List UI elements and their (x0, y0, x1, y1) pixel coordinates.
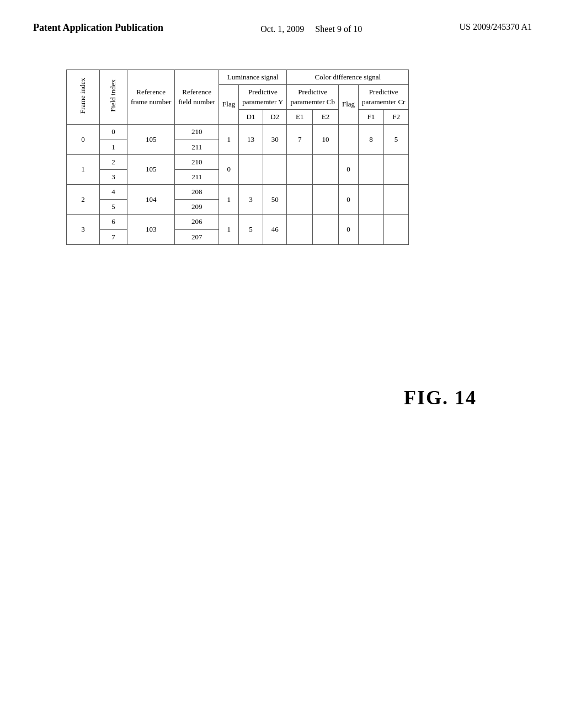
cell-lum-flag-0: 1 (219, 125, 239, 154)
table-row: 2 4 104 208 1 3 50 0 (67, 185, 409, 200)
cell-cr-f1-8: 8 (359, 125, 384, 154)
col-pred-cb: Predictiveparamemter Cb (287, 84, 339, 109)
cell-d2-30: 30 (263, 125, 287, 154)
cell-cd-flag-0c: 0 (338, 215, 358, 244)
cell-cb-e1-blank1 (287, 154, 313, 184)
header-row-1: Frame index Field index Referenceframe n… (67, 69, 409, 84)
col-pred-cr: Predictiveparamemter Cr (359, 84, 409, 109)
col-e1: E1 (287, 110, 313, 125)
cell-cb-e2-10: 10 (313, 125, 339, 154)
cell-ref-field-208: 208 (175, 185, 219, 200)
cell-cr-f1-blank1 (359, 154, 384, 184)
cell-frame-0: 0 (67, 125, 100, 154)
col-e2: E2 (313, 110, 339, 125)
cell-ref-field-206: 206 (175, 215, 219, 229)
cell-cb-e1-blank3 (287, 215, 313, 244)
cell-field-7: 7 (100, 229, 127, 244)
col-lum-flag: Flag (219, 84, 239, 125)
cell-lum-flag-3: 1 (219, 215, 239, 244)
cell-cr-f2-blank1 (383, 154, 409, 184)
cell-cd-flag-0b: 0 (338, 185, 358, 215)
cell-lum-flag-2: 1 (219, 185, 239, 215)
cell-field-5: 5 (100, 200, 127, 215)
cell-cb-e1-blank2 (287, 185, 313, 215)
col-d1: D1 (239, 110, 263, 125)
cell-field-0: 0 (100, 125, 127, 140)
cell-cr-f2-blank2 (383, 185, 409, 215)
cell-cr-f2-5: 5 (383, 125, 409, 154)
cell-ref-frame-105b: 105 (127, 154, 175, 184)
cell-cb-e1-7: 7 (287, 125, 313, 154)
cell-ref-field-210: 210 (175, 125, 219, 140)
header-center: Oct. 1, 2009 Sheet 9 of 10 (260, 22, 362, 36)
col-ref-frame: Referenceframe number (127, 69, 175, 125)
cell-ref-frame-104: 104 (127, 185, 175, 215)
cell-ref-field-210b: 210 (175, 154, 219, 169)
cell-cr-f1-blank3 (359, 215, 384, 244)
cell-cr-f1-blank2 (359, 185, 384, 215)
table-row: 3 6 103 206 1 5 46 0 (67, 215, 409, 229)
table-container: Frame index Field index Referenceframe n… (66, 69, 409, 245)
cell-cb-e2-blank3 (313, 215, 339, 244)
cell-cb-e2-blank2 (313, 185, 339, 215)
patent-number: US 2009/245370 A1 (459, 22, 532, 32)
cell-d1-5: 5 (239, 215, 263, 244)
cell-lum-flag-1: 0 (219, 154, 239, 184)
col-d2: D2 (263, 110, 287, 125)
cell-cr-f2-blank3 (383, 215, 409, 244)
cell-ref-frame-105a: 105 (127, 125, 175, 154)
cell-ref-field-211: 211 (175, 140, 219, 154)
publication-title: Patent Application Publication (33, 22, 163, 34)
cell-d2-blank1 (263, 154, 287, 184)
cell-field-1: 1 (100, 140, 127, 154)
cell-ref-frame-103: 103 (127, 215, 175, 244)
table-row: 0 0 105 210 1 13 30 7 10 8 5 (67, 125, 409, 140)
figure-label: FIG. 14 (404, 386, 477, 409)
cell-d1-3: 3 (239, 185, 263, 215)
cell-frame-3: 3 (67, 215, 100, 244)
cell-ref-field-209: 209 (175, 200, 219, 215)
col-cd-flag: Flag (338, 84, 358, 125)
col-luminance-signal: Luminance signal (219, 69, 287, 84)
cell-field-4: 4 (100, 185, 127, 200)
col-f1: F1 (359, 110, 384, 125)
cell-d2-50: 50 (263, 185, 287, 215)
col-ref-field: Referencefield number (175, 69, 219, 125)
data-table: Frame index Field index Referenceframe n… (66, 69, 409, 245)
cell-cd-flag-blank (338, 125, 358, 154)
content-area: Frame index Field index Referenceframe n… (33, 69, 532, 245)
cell-field-2: 2 (100, 154, 127, 169)
sheet-info: Sheet 9 of 10 (315, 24, 362, 34)
col-frame-index: Frame index (67, 69, 100, 125)
page: Patent Application Publication Oct. 1, 2… (0, 0, 565, 728)
col-color-diff-signal: Color difference signal (287, 69, 409, 84)
cell-d1-blank1 (239, 154, 263, 184)
cell-cb-e2-blank1 (313, 154, 339, 184)
cell-field-6: 6 (100, 215, 127, 229)
cell-frame-1: 1 (67, 154, 100, 184)
col-pred-y: Predictiveparamemter Y (239, 84, 287, 109)
table-row: 1 2 105 210 0 0 (67, 154, 409, 169)
col-field-index: Field index (100, 69, 127, 125)
cell-cd-flag-0a: 0 (338, 154, 358, 184)
cell-d1-13: 13 (239, 125, 263, 154)
cell-ref-field-207: 207 (175, 229, 219, 244)
publication-date: Oct. 1, 2009 (260, 24, 304, 34)
cell-field-3: 3 (100, 169, 127, 184)
header: Patent Application Publication Oct. 1, 2… (33, 22, 532, 36)
col-f2: F2 (383, 110, 409, 125)
cell-ref-field-211b: 211 (175, 169, 219, 184)
cell-frame-2: 2 (67, 185, 100, 215)
cell-d2-46: 46 (263, 215, 287, 244)
